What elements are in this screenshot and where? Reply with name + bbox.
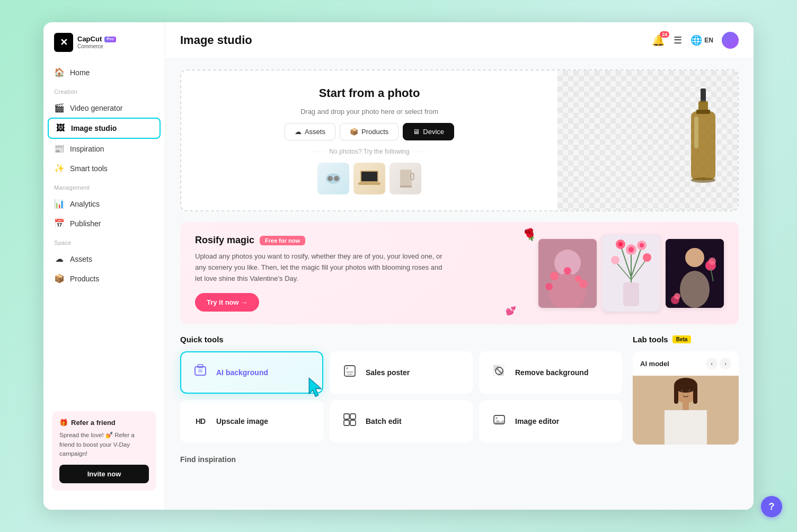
sidebar-item-publisher[interactable]: 📅 Publisher — [43, 214, 165, 233]
svg-rect-7 — [411, 173, 414, 180]
sales-poster-icon — [340, 364, 359, 381]
help-button[interactable]: ? — [761, 496, 782, 517]
sample-image-earbuds[interactable] — [317, 163, 349, 194]
logo-icon: ✕ — [54, 33, 73, 52]
no-photos-hint: No photos? Try the following — [310, 148, 429, 155]
ai-model-svg — [633, 376, 739, 445]
svg-point-22 — [545, 283, 553, 290]
upload-title: Start from a photo — [319, 86, 420, 100]
main-header: Image studio 🔔 24 ☰ 🌐 EN — [165, 22, 754, 59]
svg-rect-62 — [350, 414, 356, 419]
svg-rect-72 — [693, 385, 697, 404]
invite-button[interactable]: Invite now — [59, 465, 149, 483]
svg-rect-61 — [344, 414, 349, 419]
svg-point-38 — [640, 243, 644, 247]
sidebar-item-products-label: Products — [70, 274, 99, 283]
batch-edit-label: Batch edit — [366, 417, 402, 425]
svg-rect-6 — [400, 170, 412, 187]
sample-image-laptop[interactable] — [353, 163, 385, 194]
tab-device[interactable]: 🖥 Device — [403, 123, 454, 140]
header-actions: 🔔 24 ☰ 🌐 EN — [652, 32, 739, 49]
sidebar-item-products[interactable]: 📦 Products — [43, 269, 165, 288]
sidebar-item-inspiration-label: Inspiration — [70, 145, 104, 153]
language-button[interactable]: 🌐 EN — [690, 34, 713, 46]
tab-products[interactable]: 📦 Products — [340, 123, 398, 140]
rosify-img-3-svg — [666, 239, 724, 308]
quick-tools-section: Quick tools AI background — [180, 335, 739, 445]
tool-card-image-editor[interactable]: Image editor — [479, 400, 622, 442]
quick-tools-title: Quick tools — [180, 335, 622, 344]
lab-header: Lab tools Beta — [633, 335, 739, 344]
svg-point-23 — [579, 280, 588, 288]
no-photos-text: No photos? Try the following — [329, 148, 409, 155]
notification-button[interactable]: 🔔 24 — [652, 34, 665, 47]
svg-point-34 — [611, 256, 619, 264]
sidebar-item-image-studio[interactable]: 🖼 Image studio — [48, 118, 161, 139]
sample-image-cup[interactable] — [389, 163, 421, 194]
tool-card-upscale-image[interactable]: HD Upscale image — [180, 400, 323, 442]
assets-tab-icon: ☁ — [295, 128, 302, 136]
sidebar-item-video-generator[interactable]: 🎬 Video generator — [43, 98, 165, 118]
upload-left: Start from a photo Drag and drop your ph… — [181, 70, 557, 210]
sidebar-item-smart-tools[interactable]: ✨ Smart tools — [43, 158, 165, 178]
upload-right — [557, 70, 738, 210]
tab-assets[interactable]: ☁ Assets — [285, 123, 335, 140]
lab-card-header: AI model ‹ › — [633, 351, 739, 376]
tool-card-sales-poster[interactable]: Sales poster — [330, 351, 473, 394]
tool-card-batch-edit[interactable]: Batch edit — [330, 400, 473, 442]
svg-rect-8 — [400, 185, 412, 188]
svg-rect-53 — [346, 371, 353, 373]
lab-card-image — [633, 376, 739, 445]
rosify-free-badge: Free for now — [260, 236, 305, 245]
page-title: Image studio — [180, 33, 252, 47]
tool-card-remove-background[interactable]: Remove background — [479, 351, 622, 394]
earbuds-svg — [323, 168, 344, 189]
rosify-description: Upload any photos you want to rosify, wh… — [195, 251, 449, 284]
sidebar-item-assets[interactable]: ☁ Assets — [43, 249, 165, 269]
svg-rect-71 — [674, 385, 678, 404]
svg-point-21 — [575, 276, 581, 282]
sidebar-item-publisher-label: Publisher — [70, 219, 101, 228]
rosify-header: Rosify magic Free for now — [195, 235, 528, 246]
sidebar-item-inspiration[interactable]: 📰 Inspiration — [43, 139, 165, 158]
ai-background-icon — [191, 363, 210, 382]
svg-rect-54 — [347, 374, 352, 375]
lab-nav: ‹ › — [706, 358, 731, 369]
rosify-image-3 — [666, 239, 724, 308]
logo: ✕ CapCut Pro Commerce — [43, 33, 165, 63]
refer-card-text: Spread the love! 💅 Refer a friend to boo… — [59, 431, 149, 458]
menu-button[interactable]: ☰ — [674, 34, 682, 46]
svg-rect-4 — [361, 172, 377, 181]
batch-edit-icon — [340, 413, 359, 430]
remove-background-icon — [490, 364, 509, 381]
rosify-images — [538, 235, 724, 312]
svg-rect-13 — [694, 117, 698, 148]
device-tab-label: Device — [423, 128, 444, 136]
refer-card: 🎁 Refer a friend Spread the love! 💅 Refe… — [52, 411, 156, 491]
upscale-image-label: Upscale image — [216, 417, 268, 425]
products-icon: 📦 — [54, 273, 65, 283]
sidebar-item-home[interactable]: 🏠 Home — [43, 63, 165, 82]
menu-icon: ☰ — [674, 34, 682, 46]
beta-badge: Beta — [672, 335, 692, 343]
rosify-banner: 🌹 💕 Rosify magic Free for now Upload any… — [180, 222, 739, 324]
logo-pro-badge: Pro — [104, 37, 116, 42]
svg-point-1 — [327, 176, 333, 181]
avatar[interactable] — [722, 32, 739, 49]
lab-nav-prev[interactable]: ‹ — [706, 358, 718, 369]
svg-rect-75 — [683, 402, 689, 410]
cursor-pointer — [306, 377, 325, 401]
lab-nav-next[interactable]: › — [720, 358, 731, 369]
sidebar-item-analytics[interactable]: 📊 Analytics — [43, 194, 165, 214]
svg-point-2 — [334, 176, 339, 181]
notification-badge: 24 — [660, 31, 669, 38]
lab-tools-title: Lab tools — [633, 335, 668, 344]
try-it-now-button[interactable]: Try it now → — [195, 293, 259, 312]
tool-card-ai-background[interactable]: AI background — [180, 351, 323, 394]
tools-grid: AI background — [180, 351, 622, 442]
sidebar: ✕ CapCut Pro Commerce 🏠 Home Creation 🎬 … — [43, 22, 165, 510]
svg-rect-25 — [623, 282, 639, 306]
find-inspiration: Find inspiration — [180, 455, 739, 469]
svg-point-46 — [674, 293, 680, 299]
language-label: EN — [704, 37, 713, 44]
